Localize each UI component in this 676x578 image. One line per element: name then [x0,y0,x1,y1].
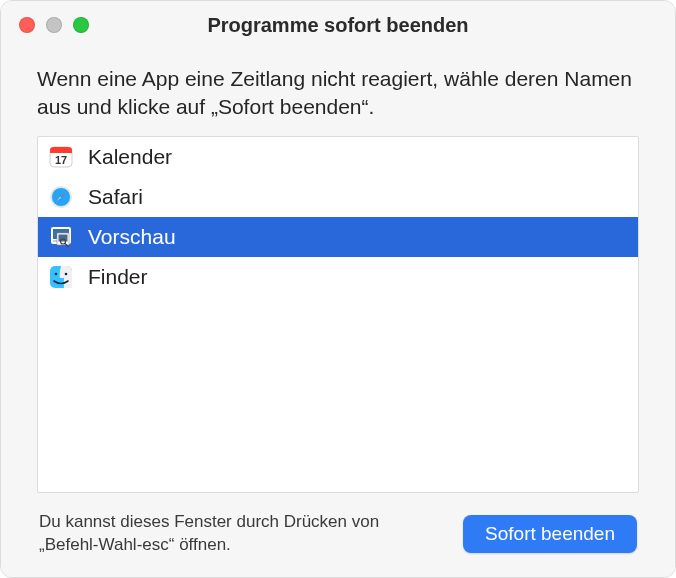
titlebar: Programme sofort beenden [1,1,675,49]
maximize-window-button[interactable] [73,17,89,33]
instructions-text: Wenn eine App eine Zeitlang nicht reagie… [37,65,639,122]
app-row-kalender[interactable]: 17 Kalender [38,137,638,177]
force-quit-window: Programme sofort beenden Wenn eine App e… [0,0,676,578]
svg-point-27 [55,272,58,275]
calendar-icon: 17 [48,144,74,170]
app-name-label: Vorschau [88,225,176,249]
app-list[interactable]: 17 Kalender [37,136,639,493]
close-window-button[interactable] [19,17,35,33]
app-name-label: Safari [88,185,143,209]
safari-icon [48,184,74,210]
window-controls [1,17,89,33]
window-title: Programme sofort beenden [1,14,675,37]
app-row-finder[interactable]: Finder [38,257,638,297]
svg-rect-2 [50,151,72,153]
app-name-label: Finder [88,265,148,289]
app-name-label: Kalender [88,145,172,169]
finder-icon [48,264,74,290]
preview-icon [48,224,74,250]
svg-point-28 [65,272,68,275]
force-quit-button[interactable]: Sofort beenden [463,515,637,553]
svg-text:17: 17 [55,154,67,166]
minimize-window-button [46,17,62,33]
footer: Du kannst dieses Fenster durch Drücken v… [37,493,639,577]
content-area: Wenn eine App eine Zeitlang nicht reagie… [1,49,675,577]
svg-rect-23 [59,234,68,241]
app-row-safari[interactable]: Safari [38,177,638,217]
app-row-vorschau[interactable]: Vorschau [38,217,638,257]
keyboard-hint-text: Du kannst dieses Fenster durch Drücken v… [39,511,419,557]
